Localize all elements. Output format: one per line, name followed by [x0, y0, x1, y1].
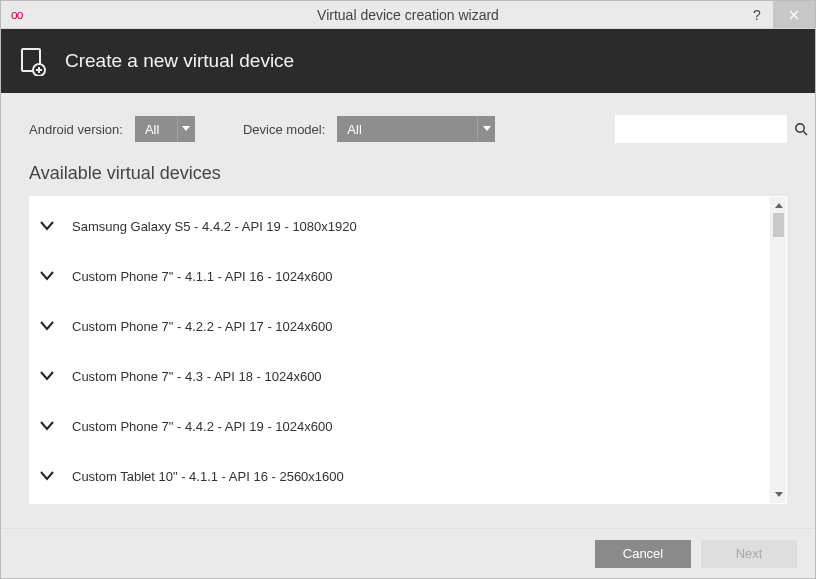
- content-area: Android version: All Device model: All A…: [1, 93, 815, 504]
- chevron-down-icon: [40, 421, 58, 431]
- device-label: Custom Phone 7" - 4.1.1 - API 16 - 1024x…: [72, 269, 332, 284]
- device-row[interactable]: Custom Tablet 10" - 4.1.1 - API 16 - 256…: [30, 451, 770, 501]
- scroll-down-icon[interactable]: [771, 487, 786, 503]
- wizard-heading: Create a new virtual device: [65, 50, 294, 72]
- help-button[interactable]: ?: [741, 1, 773, 28]
- android-version-dropdown[interactable]: All: [135, 116, 195, 142]
- chevron-down-icon: [40, 471, 58, 481]
- search-input[interactable]: [622, 121, 794, 138]
- chevron-down-icon: [477, 116, 495, 142]
- section-title: Available virtual devices: [29, 163, 787, 184]
- window-controls: ?: [741, 1, 815, 28]
- device-row[interactable]: Custom Phone 7" - 4.4.2 - API 19 - 1024x…: [30, 401, 770, 451]
- device-row[interactable]: Custom Phone 7" - 4.3 - API 18 - 1024x60…: [30, 351, 770, 401]
- cancel-label: Cancel: [623, 546, 663, 561]
- device-label: Custom Tablet 10" - 4.1.1 - API 16 - 256…: [72, 469, 344, 484]
- device-add-icon: [19, 46, 49, 76]
- android-version-label: Android version:: [29, 122, 123, 137]
- chevron-down-icon: [40, 371, 58, 381]
- window-title: Virtual device creation wizard: [1, 7, 815, 23]
- cancel-button[interactable]: Cancel: [595, 540, 691, 568]
- device-model-dropdown[interactable]: All: [337, 116, 495, 142]
- titlebar: oo Virtual device creation wizard ?: [1, 1, 815, 29]
- scroll-up-icon[interactable]: [771, 197, 786, 213]
- chevron-down-icon: [40, 221, 58, 231]
- device-label: Custom Phone 7" - 4.2.2 - API 17 - 1024x…: [72, 319, 332, 334]
- device-model-value: All: [337, 116, 477, 142]
- device-model-label: Device model:: [243, 122, 325, 137]
- wizard-header: Create a new virtual device: [1, 29, 815, 93]
- device-label: Custom Phone 7" - 4.3 - API 18 - 1024x60…: [72, 369, 322, 384]
- search-icon: [794, 122, 808, 136]
- device-label: Samsung Galaxy S5 - 4.4.2 - API 19 - 108…: [72, 219, 357, 234]
- device-label: Custom Phone 7" - 4.4.2 - API 19 - 1024x…: [72, 419, 332, 434]
- scroll-track[interactable]: [771, 213, 786, 487]
- chevron-down-icon: [177, 116, 195, 142]
- next-button: Next: [701, 540, 797, 568]
- search-box[interactable]: [615, 115, 787, 143]
- chevron-down-icon: [40, 321, 58, 331]
- app-brand-icon: oo: [11, 8, 22, 22]
- filters-row: Android version: All Device model: All: [29, 115, 787, 143]
- scrollbar[interactable]: [770, 197, 786, 503]
- close-button[interactable]: [773, 1, 815, 28]
- next-label: Next: [736, 546, 763, 561]
- device-row[interactable]: Custom Phone 7" - 4.1.1 - API 16 - 1024x…: [30, 251, 770, 301]
- close-icon: [789, 10, 799, 20]
- footer: Cancel Next: [1, 528, 815, 578]
- android-version-value: All: [135, 116, 177, 142]
- device-list-inner: Samsung Galaxy S5 - 4.4.2 - API 19 - 108…: [30, 197, 770, 503]
- device-row[interactable]: Custom Phone 7" - 4.2.2 - API 17 - 1024x…: [30, 301, 770, 351]
- scroll-thumb[interactable]: [773, 213, 784, 237]
- svg-point-2: [796, 124, 804, 132]
- chevron-down-icon: [40, 271, 58, 281]
- help-icon: ?: [753, 7, 761, 23]
- device-row[interactable]: Samsung Galaxy S5 - 4.4.2 - API 19 - 108…: [30, 201, 770, 251]
- device-list: Samsung Galaxy S5 - 4.4.2 - API 19 - 108…: [29, 196, 787, 504]
